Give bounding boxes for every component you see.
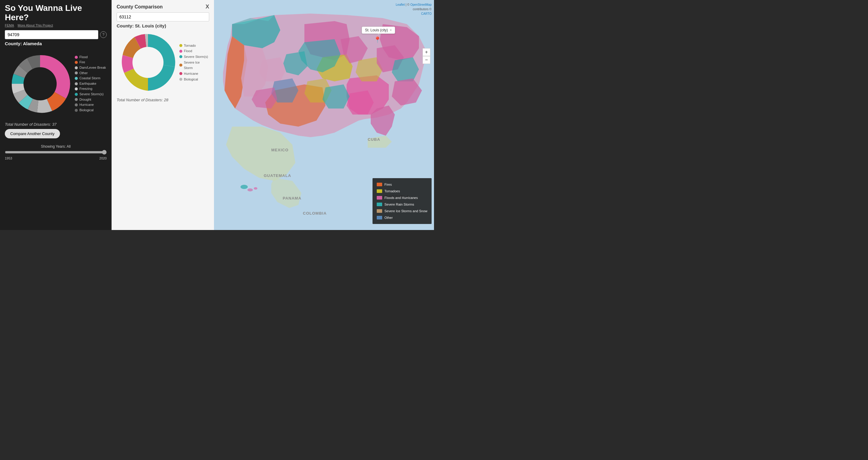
year-end: 2020 [99,156,107,160]
legend-item-fire: Fire [75,60,106,65]
links-row: FEMA More About This Project [5,24,107,27]
legend-tornadoes: Tornadoes [377,188,427,194]
comp-legend-severe-storm: Severe Storm(s) [179,54,209,60]
legend-floods-hurricanes: Floods and Hurricanes [377,194,427,201]
legend-other: Other [377,214,427,221]
app-title: So You Wanna Live Here? [5,4,107,22]
svg-point-4 [241,185,248,189]
svg-point-1 [132,47,163,78]
comp-legend-ice-storm: Severe Ice Storm [179,60,209,71]
comp-total-disasters: Total Number of Disasters: 28 [117,98,209,102]
legend-item-severe-storm: Severe Storm(s) [75,92,106,97]
year-range: 1953 2020 [5,156,107,160]
year-slider[interactable] [5,150,107,155]
left-legend: Flood Fire Dam/Levee Break Other Coastal… [75,55,106,113]
comparison-panel: County Comparison X County: St. Louis (c… [112,0,214,230]
comp-county-label: County: St. Louis (city) [117,23,209,28]
legend-item-hurricane: Hurricane [75,102,106,108]
legend-item-freezing: Freezing [75,86,106,92]
tooltip-label: St. Louis (city) [365,28,388,32]
comp-legend-tornado: Tornado [179,43,209,49]
legend-item-earthquake: Earthquake [75,81,106,87]
left-donut-svg [5,49,75,119]
comp-zip-input[interactable] [117,12,209,22]
legend-severe-rain: Severe Rain Storms [377,201,427,208]
comp-header: County Comparison X [117,4,209,10]
leaflet-link[interactable]: Leaflet [396,3,405,6]
comp-legend-biological: Biological [179,76,209,82]
county-label: County: Alameda [5,41,107,46]
zoom-out-button[interactable]: − [423,56,430,64]
map-area: St. Louis (city) × 📍 Leaflet | © OpenStr… [214,0,434,230]
zip-input[interactable] [5,30,98,39]
comp-title: County Comparison [117,4,163,10]
map-location-pin: 📍 [374,36,381,43]
legend-item-coastal: Coastal Storm [75,76,106,81]
svg-point-0 [24,67,57,100]
years-section: Showing Years: All 1953 2020 [5,144,107,160]
comp-legend-flood: Flood [179,48,209,54]
zoom-in-button[interactable]: + [423,48,430,56]
map-legend-box: Fires Tornadoes Floods and Hurricanes Se… [373,178,432,224]
comp-chart: Tornado Flood Severe Storm(s) Severe Ice… [117,31,209,94]
legend-item-biological: Biological [75,108,106,113]
project-link[interactable]: More About This Project [18,24,53,27]
compare-button[interactable]: Compare Another County [5,129,60,139]
search-row: ? [5,30,107,39]
year-start: 1953 [5,156,12,160]
carto-link[interactable]: CARTO [421,12,432,16]
map-attribution: Leaflet | © OpenStreetMap contributors ©… [396,2,432,16]
comp-legend-hurricane: Hurricane [179,71,209,76]
svg-point-6 [254,187,257,190]
left-panel: So You Wanna Live Here? FEMA More About … [0,0,112,230]
map-tooltip: St. Louis (city) × [362,27,395,34]
comp-legend: Tornado Flood Severe Storm(s) Severe Ice… [179,43,209,82]
total-disasters: Total Number of Disasters: 37 [5,122,107,127]
showing-years-label: Showing Years: All [5,144,107,149]
fema-link[interactable]: FEMA [5,24,14,27]
legend-item-dam: Dam/Levee Break [75,65,106,70]
legend-fires: Fires [377,181,427,188]
left-chart: Flood Fire Dam/Levee Break Other Coastal… [5,49,107,119]
comp-donut-svg [117,31,179,94]
legend-item-drought: Drought [75,97,106,102]
osm-link[interactable]: OpenStreetMap [410,3,432,6]
map-controls: + − [423,48,430,64]
comp-close-button[interactable]: X [206,4,209,10]
svg-point-5 [247,188,253,191]
legend-item-flood: Flood [75,55,106,60]
tooltip-close-button[interactable]: × [390,28,392,32]
help-button[interactable]: ? [100,31,107,38]
legend-severe-ice: Severe Ice Storms and Snow [377,208,427,214]
legend-item-other: Other [75,70,106,76]
